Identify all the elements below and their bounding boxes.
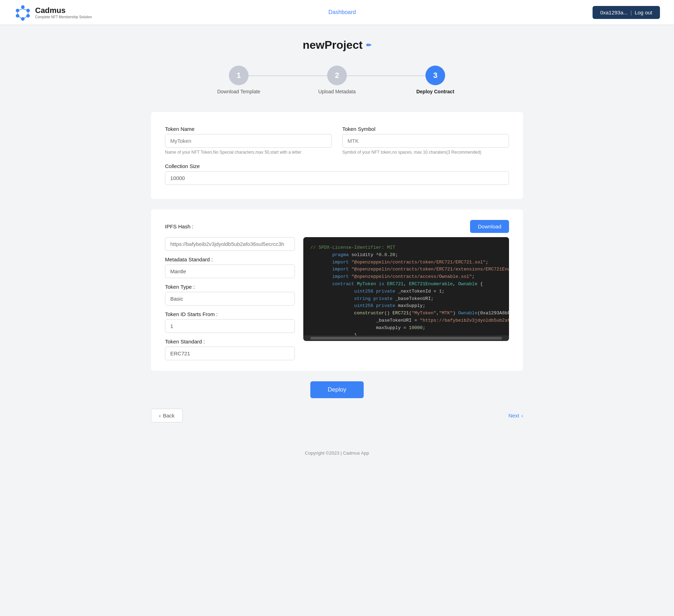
wallet-button[interactable]: 0xa1293a... | Log out: [593, 6, 660, 19]
collection-size-label: Collection Size: [165, 163, 509, 169]
stepper: 1 Download Template 2 Upload Metadata 3 …: [151, 66, 523, 94]
download-button[interactable]: Download: [470, 220, 509, 233]
token-form: Token Name Name of your NFT Token,No Spe…: [151, 112, 523, 199]
step-1-circle: 1: [229, 66, 249, 85]
code-preview[interactable]: // SPDX-License-Identifier: MIT pragma s…: [303, 237, 509, 335]
wallet-address: 0xa1293a...: [600, 9, 628, 15]
token-id-group: Token ID Starts From :: [165, 311, 295, 333]
step-3: 3 Deploy Contract: [386, 66, 484, 94]
page-title-area: newProject ✏: [151, 39, 523, 52]
collection-size-input[interactable]: [165, 171, 509, 185]
token-standard-input[interactable]: [165, 347, 295, 360]
step-3-label: Deploy Contract: [416, 89, 454, 94]
logout-label[interactable]: Log out: [635, 9, 652, 15]
token-name-input[interactable]: [165, 134, 332, 148]
token-symbol-label: Token Symbol: [342, 126, 509, 132]
token-standard-group: Token Standard :: [165, 339, 295, 360]
deploy-button[interactable]: Deploy: [310, 381, 364, 398]
next-label: Next: [508, 413, 519, 419]
token-type-group: Token Type :: [165, 284, 295, 306]
ipfs-hash-input[interactable]: [165, 237, 295, 251]
token-id-label: Token ID Starts From :: [165, 311, 295, 317]
logo-icon: [14, 4, 32, 21]
back-chevron-icon: ‹: [159, 413, 161, 419]
token-id-input[interactable]: [165, 319, 295, 333]
svg-line-10: [18, 16, 23, 19]
code-block-container: // SPDX-License-Identifier: MIT pragma s…: [303, 237, 509, 341]
edit-icon[interactable]: ✏: [366, 41, 371, 49]
back-label: Back: [163, 413, 174, 419]
token-standard-label: Token Standard :: [165, 339, 295, 344]
code-horizontal-scrollbar[interactable]: [310, 337, 502, 340]
token-name-group: Token Name Name of your NFT Token,No Spe…: [165, 126, 332, 155]
page-title: newProject ✏: [303, 39, 371, 52]
step-2: 2 Upload Metadata: [288, 66, 386, 94]
ipfs-hash-label: IPFS Hash :: [165, 223, 193, 229]
footer-text: Copyright ©2023 | Cadmus App: [305, 450, 369, 456]
next-button[interactable]: Next ›: [508, 413, 523, 419]
header: Cadmus Complete NFT Membership Solution …: [0, 0, 674, 25]
step-1: 1 Download Template: [190, 66, 288, 94]
metadata-standard-label: Metadata Standard :: [165, 256, 295, 262]
collection-size-group: Collection Size: [165, 163, 509, 185]
svg-point-0: [21, 5, 25, 9]
main-content: newProject ✏ 1 Download Template 2 Uploa…: [144, 25, 530, 443]
token-type-input[interactable]: [165, 292, 295, 306]
next-chevron-icon: ›: [521, 413, 523, 419]
step-2-label: Upload Metadata: [318, 89, 356, 94]
step-3-circle: 3: [425, 66, 445, 85]
logo-text: Cadmus Complete NFT Membership Solution: [35, 6, 92, 19]
svg-line-11: [23, 16, 28, 19]
logo-area: Cadmus Complete NFT Membership Solution: [14, 4, 92, 21]
ipfs-left-panel: Metadata Standard : Token Type : Token I…: [165, 237, 295, 360]
token-symbol-input[interactable]: [342, 134, 509, 148]
deploy-area: Deploy: [151, 381, 523, 398]
token-symbol-group: Token Symbol Symbol of your NFT token,no…: [342, 126, 509, 155]
logo-title: Cadmus: [35, 6, 92, 15]
footer: Copyright ©2023 | Cadmus App: [0, 443, 674, 463]
ipfs-header: IPFS Hash : Download: [165, 220, 509, 233]
token-name-hint: Name of your NFT Token,No Special charac…: [165, 150, 332, 155]
token-name-label: Token Name: [165, 126, 332, 132]
logo-subtitle: Complete NFT Membership Solution: [35, 15, 92, 19]
back-button[interactable]: ‹ Back: [151, 409, 183, 422]
nav-buttons: ‹ Back Next ›: [151, 409, 523, 422]
ipfs-section: IPFS Hash : Download Metadata Standard :…: [151, 209, 523, 371]
dashboard-nav[interactable]: Dashboard: [328, 9, 356, 15]
code-scrollbar-bar: [303, 335, 509, 341]
ipfs-row: Metadata Standard : Token Type : Token I…: [165, 237, 509, 360]
metadata-standard-group: Metadata Standard :: [165, 256, 295, 278]
token-type-label: Token Type :: [165, 284, 295, 290]
metadata-standard-input[interactable]: [165, 265, 295, 278]
token-symbol-hint: Symbol of your NFT token,no spaces, max …: [342, 150, 509, 155]
step-2-circle: 2: [327, 66, 347, 85]
step-1-label: Download Template: [217, 89, 260, 94]
token-name-symbol-row: Token Name Name of your NFT Token,No Spe…: [165, 126, 509, 155]
